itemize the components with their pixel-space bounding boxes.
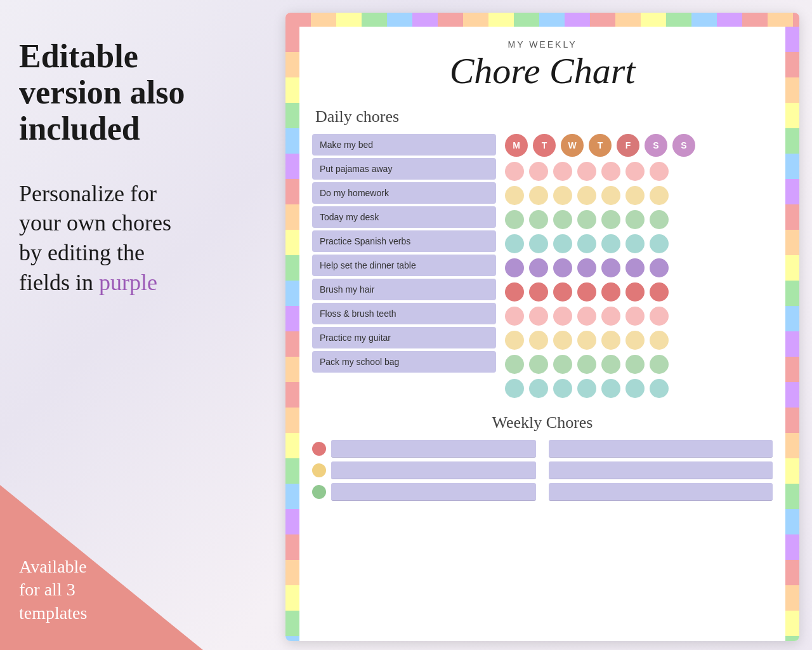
chore-item: Put pajamas away (312, 158, 496, 180)
days-header: M T W T F S S (502, 134, 773, 157)
dot (577, 307, 596, 326)
dot (625, 186, 645, 205)
chore-item: Do my homework (312, 182, 496, 204)
dot (553, 258, 572, 277)
dot (601, 379, 620, 398)
chore-list: Make my bed Put pajamas away Do my homew… (312, 134, 496, 402)
day-F: F (617, 134, 639, 157)
dot (553, 234, 572, 253)
dot (577, 210, 596, 229)
sub-heading: Personalize for your own chores by editi… (19, 179, 266, 298)
weekly-item (312, 440, 536, 458)
heading-line2: version also (19, 74, 185, 110)
dot (505, 331, 524, 350)
dot (650, 282, 669, 302)
day-M: M (505, 134, 528, 157)
weekly-dot (312, 463, 326, 477)
subtext-line4: fields in (19, 270, 93, 295)
chart-title-area: MY WEEKLY Chore Chart (312, 39, 773, 91)
purple-word: purple (99, 270, 157, 295)
dot (505, 282, 524, 302)
weekly-line (331, 440, 536, 458)
day-T1: T (533, 134, 556, 157)
dot (650, 355, 669, 374)
left-panel: Editable version also included Personali… (19, 25, 266, 597)
dot (601, 210, 620, 229)
dot (505, 258, 524, 277)
dot (529, 331, 548, 350)
dot (529, 234, 548, 253)
weekly-col-right (549, 440, 773, 501)
dot (601, 355, 620, 374)
dot (505, 307, 524, 326)
chore-item: Floss & brush teeth (312, 303, 496, 324)
dot (601, 307, 620, 326)
dots-row-7 (502, 305, 773, 327)
dots-row-1 (502, 161, 773, 182)
dot (601, 258, 620, 277)
dots-row-2 (502, 185, 773, 206)
dot (577, 162, 596, 181)
chart-inner-content: MY WEEKLY Chore Chart Daily chores Make … (299, 27, 785, 641)
dot (577, 234, 596, 253)
dot (553, 307, 572, 326)
dot (529, 186, 548, 205)
dots-row-9 (502, 354, 773, 375)
subtext-line1: Personalize for (19, 181, 157, 206)
dot (553, 355, 572, 374)
dot (625, 355, 645, 374)
dot (650, 186, 669, 205)
daily-chores-label: Daily chores (315, 107, 773, 126)
dot (505, 355, 524, 374)
dot (529, 355, 548, 374)
dot (601, 331, 620, 350)
dot (529, 162, 548, 181)
weekly-line-right (549, 483, 773, 501)
day-W: W (561, 134, 584, 157)
dot (625, 282, 645, 302)
dot (553, 379, 572, 398)
day-S1: S (645, 134, 667, 157)
dot (577, 331, 596, 350)
dot (553, 210, 572, 229)
dot (601, 234, 620, 253)
day-S2: S (672, 134, 695, 157)
dot (529, 307, 548, 326)
dot (650, 258, 669, 277)
dot (650, 234, 669, 253)
weekly-col-left (312, 440, 536, 501)
weekly-item (312, 483, 536, 501)
dot (505, 210, 524, 229)
dot (529, 379, 548, 398)
dots-section: M T W T F S S (502, 134, 773, 402)
weekly-chores-area: Weekly Chores (312, 413, 773, 501)
dot (505, 186, 524, 205)
dots-row-3 (502, 209, 773, 230)
weekly-line (331, 461, 536, 479)
chart-title: Chore Chart (312, 51, 773, 91)
chore-item: Practice Spanish verbs (312, 230, 496, 252)
dot (505, 234, 524, 253)
weekly-line-right (549, 461, 773, 479)
dot (577, 379, 596, 398)
chore-item: Brush my hair (312, 279, 496, 300)
dot (577, 258, 596, 277)
bottom-line2: for all 3 (19, 580, 75, 599)
dot (650, 379, 669, 398)
chore-item: Today my desk (312, 206, 496, 228)
dot (625, 234, 645, 253)
dot (553, 162, 572, 181)
dots-row-5 (502, 257, 773, 279)
border-left-decoration (285, 27, 299, 641)
weekly-chores-title: Weekly Chores (312, 413, 773, 432)
weekly-line (331, 483, 536, 501)
dot (505, 379, 524, 398)
dot (625, 162, 645, 181)
heading-line3: included (19, 110, 140, 147)
subtext-line3: by editing the (19, 240, 145, 265)
subtext-line2: your own chores (19, 210, 171, 235)
chore-chart-document: MY WEEKLY Chore Chart Daily chores Make … (285, 13, 799, 641)
day-T2: T (589, 134, 612, 157)
dot (650, 331, 669, 350)
dot (601, 282, 620, 302)
